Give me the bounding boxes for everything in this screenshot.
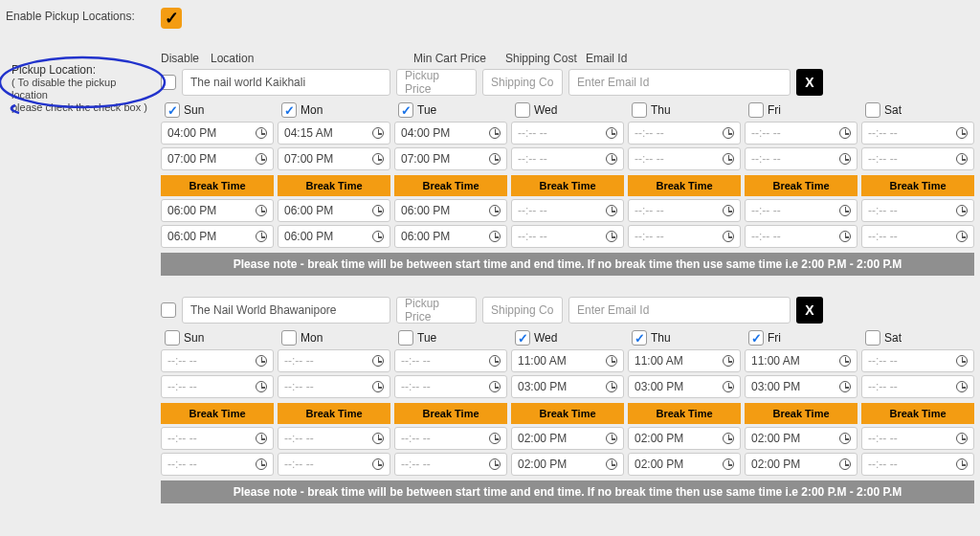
break-start-input[interactable]: --:-- -- <box>861 427 974 450</box>
break-end-input[interactable]: 06:00 PM <box>161 225 274 248</box>
start-time-input[interactable]: 04:00 PM <box>161 122 274 145</box>
break-start-input[interactable]: --:-- -- <box>161 427 274 450</box>
break-end-input[interactable]: --:-- -- <box>511 225 624 248</box>
end-time-input[interactable]: 03:00 PM <box>511 375 624 398</box>
end-time-input[interactable]: 07:00 PM <box>394 147 507 170</box>
day-checkbox[interactable] <box>515 330 530 346</box>
start-time-input[interactable]: --:-- -- <box>861 349 974 372</box>
day-checkbox[interactable] <box>632 102 647 118</box>
start-time-input[interactable]: --:-- -- <box>511 122 624 145</box>
day-checkbox[interactable] <box>281 102 297 118</box>
day-checkbox[interactable] <box>165 330 180 346</box>
start-time-input[interactable]: 11:00 AM <box>628 349 741 372</box>
end-time-input[interactable]: --:-- -- <box>511 147 624 170</box>
break-start-input[interactable]: 06:00 PM <box>161 199 274 222</box>
start-time-input[interactable]: --:-- -- <box>745 122 858 145</box>
start-time-input[interactable]: 11:00 AM <box>511 349 624 372</box>
end-time-input[interactable]: --:-- -- <box>394 375 507 398</box>
break-end-input[interactable]: 02:00 PM <box>745 453 858 476</box>
hdr-shipping: Shipping Cost <box>505 52 582 65</box>
day-checkbox[interactable] <box>515 102 530 118</box>
start-time-input[interactable]: --:-- -- <box>628 122 741 145</box>
end-time-input[interactable]: --:-- -- <box>628 147 741 170</box>
clock-icon <box>372 205 384 216</box>
break-time-header: Break Time <box>278 403 390 424</box>
break-end-input[interactable]: 02:00 PM <box>628 453 741 476</box>
break-start-input[interactable]: 02:00 PM <box>628 427 741 450</box>
break-end-input[interactable]: 02:00 PM <box>511 453 624 476</box>
break-start-input[interactable]: --:-- -- <box>861 199 974 222</box>
day-checkbox[interactable] <box>398 102 413 118</box>
clock-icon <box>372 458 384 470</box>
min-cart-price-input[interactable]: Pickup Price <box>396 69 477 96</box>
clock-icon <box>489 205 501 216</box>
break-end-input[interactable]: --:-- -- <box>628 225 741 248</box>
day-checkbox[interactable] <box>398 330 413 346</box>
end-time-input[interactable]: 07:00 PM <box>161 147 274 170</box>
delete-location-button[interactable]: X <box>796 297 823 324</box>
break-start-input[interactable]: 02:00 PM <box>511 427 624 450</box>
break-end-input[interactable]: --:-- -- <box>161 453 274 476</box>
break-time-header: Break Time <box>745 403 858 424</box>
break-start-input[interactable]: 02:00 PM <box>745 427 858 450</box>
end-time-input[interactable]: --:-- -- <box>861 375 974 398</box>
hdr-min-cart: Min Cart Price <box>413 52 501 65</box>
day-label: Fri <box>768 103 781 117</box>
shipping-cost-input[interactable]: Shipping Co <box>482 297 563 324</box>
break-end-input[interactable]: --:-- -- <box>278 453 390 476</box>
email-input[interactable]: Enter Email Id <box>568 69 791 96</box>
clock-icon <box>839 127 851 139</box>
day-label: Wed <box>534 103 557 117</box>
location-name-input[interactable]: The Nail World Bhawanipore <box>182 297 390 324</box>
break-end-input[interactable]: 06:00 PM <box>394 225 507 248</box>
day-column: Fri11:00 AM03:00 PMBreak Time02:00 PM02:… <box>745 329 858 479</box>
day-checkbox[interactable] <box>865 330 880 346</box>
break-time-header: Break Time <box>278 175 390 196</box>
break-end-input[interactable]: --:-- -- <box>861 453 974 476</box>
end-time-input[interactable]: --:-- -- <box>861 147 974 170</box>
break-end-input[interactable]: --:-- -- <box>394 453 507 476</box>
enable-pickup-checkbox[interactable]: ✓ <box>161 8 182 29</box>
start-time-input[interactable]: --:-- -- <box>278 349 390 372</box>
day-checkbox[interactable] <box>632 330 647 346</box>
break-start-input[interactable]: 06:00 PM <box>278 199 390 222</box>
start-time-input[interactable]: 11:00 AM <box>745 349 858 372</box>
day-checkbox[interactable] <box>748 102 764 118</box>
day-checkbox[interactable] <box>281 330 297 346</box>
day-checkbox[interactable] <box>748 330 764 346</box>
end-time-input[interactable]: 03:00 PM <box>745 375 858 398</box>
break-start-input[interactable]: --:-- -- <box>278 427 390 450</box>
start-time-input[interactable]: --:-- -- <box>861 122 974 145</box>
email-input[interactable]: Enter Email Id <box>568 297 791 324</box>
end-time-input[interactable]: 07:00 PM <box>278 147 390 170</box>
break-time-header: Break Time <box>511 403 624 424</box>
delete-location-button[interactable]: X <box>796 69 823 96</box>
break-end-input[interactable]: 06:00 PM <box>278 225 390 248</box>
disable-location-checkbox[interactable] <box>161 302 176 318</box>
end-time-input[interactable]: --:-- -- <box>278 375 390 398</box>
min-cart-price-input[interactable]: Pickup Price <box>396 297 477 324</box>
shipping-cost-input[interactable]: Shipping Co <box>482 69 563 96</box>
day-checkbox[interactable] <box>865 102 880 118</box>
end-time-input[interactable]: --:-- -- <box>161 375 274 398</box>
break-start-input[interactable]: --:-- -- <box>511 199 624 222</box>
clock-icon <box>372 231 384 242</box>
clock-icon <box>839 433 851 444</box>
break-start-input[interactable]: 06:00 PM <box>394 199 507 222</box>
break-start-input[interactable]: --:-- -- <box>628 199 741 222</box>
end-time-input[interactable]: --:-- -- <box>745 147 858 170</box>
break-end-input[interactable]: --:-- -- <box>745 225 858 248</box>
end-time-input[interactable]: 03:00 PM <box>628 375 741 398</box>
break-end-input[interactable]: --:-- -- <box>861 225 974 248</box>
start-time-input[interactable]: 04:00 PM <box>394 122 507 145</box>
break-start-input[interactable]: --:-- -- <box>745 199 858 222</box>
start-time-input[interactable]: --:-- -- <box>394 349 507 372</box>
day-column: Thu--:-- ----:-- --Break Time--:-- ----:… <box>628 101 741 251</box>
start-time-input[interactable]: 04:15 AM <box>278 122 390 145</box>
start-time-input[interactable]: --:-- -- <box>161 349 274 372</box>
day-column: Mon04:15 AM07:00 PMBreak Time06:00 PM06:… <box>278 101 390 251</box>
break-start-input[interactable]: --:-- -- <box>394 427 507 450</box>
location-name-input[interactable]: The nail world Kaikhali <box>182 69 390 96</box>
break-time-header: Break Time <box>861 403 974 424</box>
clock-icon <box>256 458 267 470</box>
